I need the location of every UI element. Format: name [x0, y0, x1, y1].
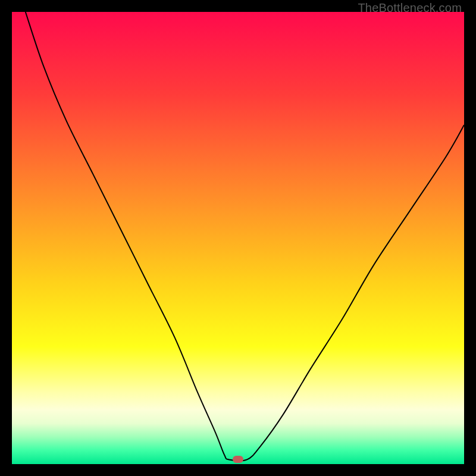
plot-area: [12, 12, 464, 464]
min-point-marker: [233, 456, 243, 463]
bottleneck-curve: [12, 12, 464, 464]
chart-frame: TheBottleneck.com: [0, 0, 476, 476]
